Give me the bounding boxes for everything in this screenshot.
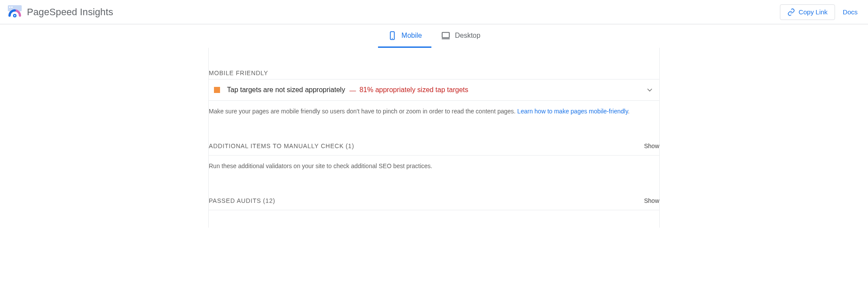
show-button-manual-check[interactable]: Show: [644, 143, 659, 149]
header-right: Copy Link Docs: [780, 4, 861, 20]
tab-mobile[interactable]: Mobile: [378, 24, 431, 48]
docs-link[interactable]: Docs: [843, 8, 861, 16]
desktop-icon: [441, 31, 450, 40]
desc-period: .: [628, 108, 630, 115]
svg-rect-2: [11, 7, 13, 8]
section-passed-audits: PASSED AUDITS (12) Show: [209, 197, 659, 210]
learn-mobile-friendly-link[interactable]: Learn how to make pages mobile-friendly: [517, 108, 628, 115]
section-title-passed-audits: PASSED AUDITS: [209, 197, 261, 204]
app-title: PageSpeed Insights: [27, 7, 113, 18]
section-desc-manual-check: Run these additional validators on your …: [209, 156, 659, 171]
link-icon: [787, 8, 795, 16]
app-header: PageSpeed Insights Copy Link Docs: [0, 0, 868, 24]
svg-rect-1: [9, 7, 10, 8]
copy-link-label: Copy Link: [799, 8, 828, 16]
audit-tap-targets[interactable]: Tap targets are not sized appropriately …: [209, 79, 659, 101]
mobile-icon: [388, 31, 397, 40]
device-tabs: Mobile Desktop: [0, 24, 868, 48]
audit-title: Tap targets are not sized appropriately: [227, 86, 345, 94]
pagespeed-logo-icon: [7, 4, 23, 20]
warning-square-icon: [214, 87, 220, 93]
section-title-mobile-friendly: MOBILE FRIENDLY: [209, 70, 268, 76]
section-desc-mobile-friendly: Make sure your pages are mobile friendly…: [209, 101, 659, 116]
show-button-passed-audits[interactable]: Show: [644, 197, 659, 204]
section-count-passed-audits: (12): [263, 197, 275, 204]
tab-mobile-label: Mobile: [401, 32, 422, 40]
tab-desktop[interactable]: Desktop: [431, 24, 490, 48]
chevron-down-icon: [645, 86, 654, 94]
tab-desktop-label: Desktop: [455, 32, 480, 40]
desc-text: Make sure your pages are mobile friendly…: [209, 108, 517, 115]
svg-point-4: [14, 15, 16, 16]
main-content: MOBILE FRIENDLY Tap targets are not size…: [208, 48, 660, 228]
audit-dash: —: [349, 86, 356, 94]
section-title-manual-check: ADDITIONAL ITEMS TO MANUALLY CHECK: [209, 143, 344, 149]
svg-rect-7: [442, 32, 450, 37]
section-mobile-friendly: MOBILE FRIENDLY Tap targets are not size…: [209, 70, 659, 116]
header-left: PageSpeed Insights: [7, 4, 113, 20]
section-manual-check: ADDITIONAL ITEMS TO MANUALLY CHECK (1) S…: [209, 142, 659, 171]
section-count-manual-check: (1): [346, 143, 355, 149]
audit-detail: 81% appropriately sized tap targets: [359, 86, 468, 94]
copy-link-button[interactable]: Copy Link: [780, 4, 835, 20]
